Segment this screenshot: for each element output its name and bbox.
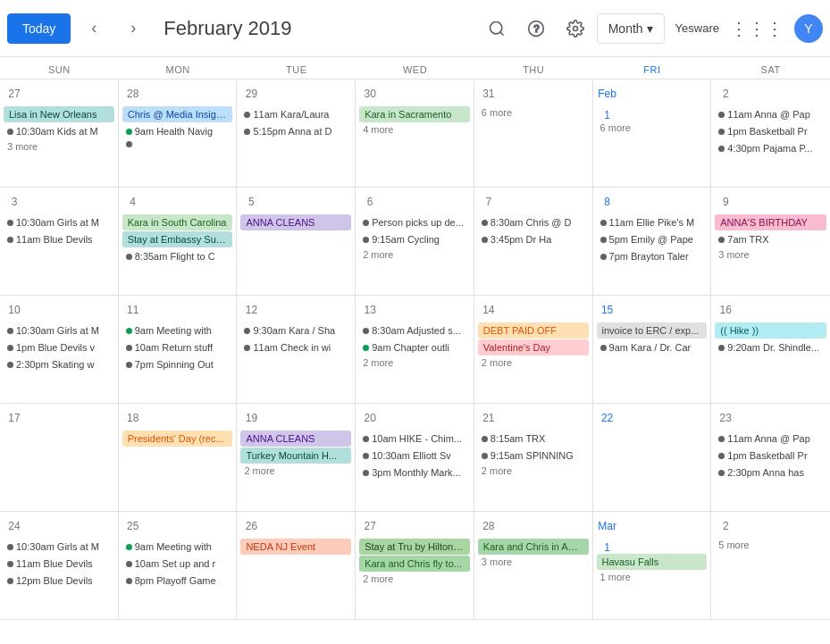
next-button[interactable]: ›: [117, 13, 149, 45]
cal-cell-0-2[interactable]: 2911am Kara/Laura5:15pm Anna at D: [237, 79, 356, 187]
timed-event[interactable]: 9:30am Kara / Sha: [240, 322, 351, 339]
cal-cell-4-6[interactable]: 25 more: [711, 512, 830, 619]
cal-cell-2-0[interactable]: 1010:30am Girls at M1pm Blue Devils v2:3…: [0, 296, 119, 403]
more-events-link[interactable]: 3 more: [715, 248, 826, 261]
allday-event[interactable]: Kara and Chris fly to...: [359, 556, 470, 572]
allday-event[interactable]: Stay at Tru by Hilton Las Vegas Airport: [359, 539, 470, 555]
timed-event[interactable]: 10:30am Kids at M: [4, 123, 114, 139]
timed-event[interactable]: Person picks up de...: [359, 214, 470, 230]
allday-event[interactable]: Valentine's Day: [478, 339, 589, 355]
cal-cell-1-4[interactable]: 78:30am Chris @ D3:45pm Dr Ha: [474, 188, 593, 295]
timed-event[interactable]: 8pm Playoff Game: [122, 573, 233, 589]
cal-cell-4-2[interactable]: 26NEDA NJ Event: [237, 512, 356, 619]
timed-event[interactable]: 3:45pm Dr Ha: [478, 231, 589, 247]
timed-event[interactable]: 10:30am Girls at M: [4, 539, 114, 555]
cal-cell-1-2[interactable]: 5ANNA CLEANS: [237, 188, 356, 295]
timed-event[interactable]: 10:30am Girls at M: [4, 322, 114, 339]
timed-event[interactable]: 3pm Monthly Mark...: [359, 464, 470, 481]
cal-cell-2-1[interactable]: 119am Meeting with10am Return stuff7pm S…: [119, 296, 238, 403]
allday-event[interactable]: Presidents' Day (rec...: [122, 431, 233, 447]
allday-event[interactable]: ANNA CLEANS: [240, 214, 351, 230]
view-selector[interactable]: Month ▾: [597, 13, 665, 44]
cal-cell-2-2[interactable]: 129:30am Kara / Sha11am Check in wi: [237, 296, 356, 403]
today-button[interactable]: Today: [7, 13, 71, 44]
timed-event[interactable]: 11am Anna @ Pap: [715, 431, 826, 447]
timed-event[interactable]: 12pm Blue Devils: [4, 573, 114, 589]
cal-cell-0-3[interactable]: 30Kara in Sacramento4 more: [356, 79, 474, 187]
allday-event[interactable]: Lisa in New Orleans: [4, 106, 114, 122]
timed-event[interactable]: 10:30am Girls at M: [4, 214, 114, 230]
timed-event[interactable]: 1pm Basketball Pr: [715, 447, 826, 464]
timed-event[interactable]: 2:30pm Skating w: [4, 356, 114, 372]
allday-event[interactable]: NEDA NJ Event: [240, 539, 351, 555]
cal-cell-2-4[interactable]: 14DEBT PAID OFFValentine's Day2 more: [474, 296, 593, 403]
allday-event[interactable]: Kara and Chris in AZ (HAVASU FALLS) and …: [478, 539, 589, 555]
allday-event[interactable]: Havasu Falls: [597, 554, 708, 570]
cal-cell-0-6[interactable]: 211am Anna @ Pap1pm Basketball Pr4:30pm …: [711, 79, 830, 187]
timed-event[interactable]: 9am Chapter outli: [359, 339, 470, 355]
timed-event[interactable]: [122, 140, 233, 148]
allday-event[interactable]: DEBT PAID OFF: [478, 322, 589, 339]
timed-event[interactable]: 8:35am Flight to C: [122, 248, 233, 264]
timed-event[interactable]: 9am Kara / Dr. Car: [597, 339, 708, 355]
more-events-link[interactable]: 6 more: [597, 121, 708, 134]
timed-event[interactable]: 11am Ellie Pike's M: [597, 214, 708, 230]
allday-event[interactable]: ANNA CLEANS: [240, 431, 351, 447]
timed-event[interactable]: 1pm Blue Devils v: [4, 339, 114, 355]
timed-event[interactable]: 9am Health Navig: [122, 123, 233, 139]
more-events-link[interactable]: 3 more: [478, 556, 589, 568]
allday-event[interactable]: (( Hike )): [715, 322, 826, 339]
cal-cell-1-0[interactable]: 310:30am Girls at M11am Blue Devils: [0, 188, 119, 295]
timed-event[interactable]: 9am Meeting with: [122, 322, 233, 339]
allday-event[interactable]: Stay at Embassy Suites by Hilton Greenvi…: [122, 231, 233, 247]
timed-event[interactable]: 5:15pm Anna at D: [240, 123, 351, 139]
timed-event[interactable]: 9:15am Cycling: [359, 231, 470, 247]
more-events-link[interactable]: 4 more: [359, 123, 470, 136]
timed-event[interactable]: 7am TRX: [715, 231, 826, 247]
cal-cell-1-3[interactable]: 6Person picks up de...9:15am Cycling2 mo…: [356, 188, 474, 295]
cal-cell-0-1[interactable]: 28Chris @ Media Insights Conference in L…: [119, 79, 238, 187]
settings-button[interactable]: [558, 11, 593, 46]
cal-cell-4-3[interactable]: 27Stay at Tru by Hilton Las Vegas Airpor…: [356, 512, 474, 619]
more-events-link[interactable]: 2 more: [359, 356, 470, 369]
prev-button[interactable]: ‹: [78, 13, 110, 45]
more-events-link[interactable]: 2 more: [478, 356, 589, 369]
allday-event[interactable]: Turkey Mountain H...: [240, 447, 351, 464]
timed-event[interactable]: 10am HIKE - Chim...: [359, 431, 470, 447]
cal-cell-1-6[interactable]: 9ANNA'S BIRTHDAY7am TRX3 more: [711, 188, 830, 295]
apps-button[interactable]: ⋮⋮⋮: [723, 11, 791, 46]
cal-cell-4-0[interactable]: 2410:30am Girls at M11am Blue Devils12pm…: [0, 512, 119, 619]
cal-cell-4-4[interactable]: 28Kara and Chris in AZ (HAVASU FALLS) an…: [474, 512, 593, 619]
cal-cell-2-6[interactable]: 16(( Hike ))9:20am Dr. Shindle...: [711, 296, 830, 403]
cal-cell-3-4[interactable]: 218:15am TRX9:15am SPINNING2 more: [474, 404, 593, 511]
timed-event[interactable]: 7pm Brayton Taler: [597, 248, 708, 264]
avatar[interactable]: Y: [794, 14, 823, 43]
timed-event[interactable]: 4:30pm Pajama P...: [715, 140, 826, 156]
timed-event[interactable]: 1pm Basketball Pr: [715, 123, 826, 139]
more-events-link[interactable]: 3 more: [4, 140, 114, 153]
cal-cell-2-3[interactable]: 138:30am Adjusted s...9am Chapter outli2…: [356, 296, 474, 403]
cal-cell-0-5[interactable]: Feb 16 more: [593, 79, 712, 187]
cal-cell-0-4[interactable]: 316 more: [474, 79, 593, 187]
timed-event[interactable]: 9:20am Dr. Shindle...: [715, 339, 826, 355]
timed-event[interactable]: 11am Anna @ Pap: [715, 106, 826, 122]
cal-cell-1-1[interactable]: 4Kara in South CarolinaStay at Embassy S…: [119, 188, 238, 295]
allday-event[interactable]: Kara in Sacramento: [359, 106, 470, 122]
timed-event[interactable]: 8:15am TRX: [478, 431, 589, 447]
allday-event[interactable]: ANNA'S BIRTHDAY: [715, 214, 826, 230]
cal-cell-2-5[interactable]: 15invoice to ERC / exp...9am Kara / Dr. …: [593, 296, 712, 403]
timed-event[interactable]: 11am Blue Devils: [4, 231, 114, 247]
cal-cell-3-3[interactable]: 2010am HIKE - Chim...10:30am Elliott Sv3…: [356, 404, 474, 511]
cal-cell-3-5[interactable]: 22: [593, 404, 712, 511]
timed-event[interactable]: 5pm Emily @ Pape: [597, 231, 708, 247]
more-events-link[interactable]: 2 more: [359, 248, 470, 261]
timed-event[interactable]: 10am Set up and r: [122, 556, 233, 572]
more-events-link[interactable]: 6 more: [478, 106, 589, 119]
more-events-link[interactable]: 5 more: [715, 539, 826, 551]
more-events-link[interactable]: 1 more: [597, 571, 708, 583]
timed-event[interactable]: 7pm Spinning Out: [122, 356, 233, 372]
allday-event[interactable]: invoice to ERC / exp...: [597, 322, 708, 339]
cal-cell-3-0[interactable]: 17: [0, 404, 119, 511]
timed-event[interactable]: 9:15am SPINNING: [478, 447, 589, 464]
cal-cell-3-6[interactable]: 2311am Anna @ Pap1pm Basketball Pr2:30pm…: [711, 404, 830, 511]
